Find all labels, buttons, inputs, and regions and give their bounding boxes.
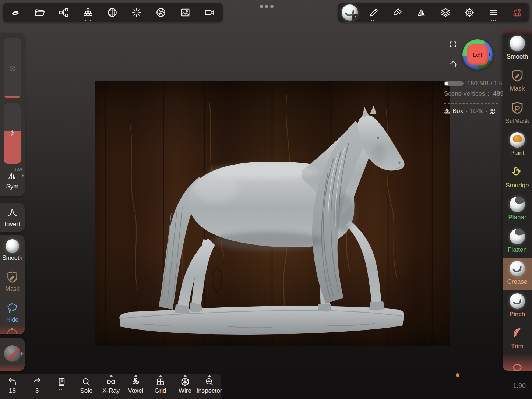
active-brush-preview-button[interactable]: [338, 3, 362, 22]
tool-mask[interactable]: Mask: [503, 65, 532, 97]
xray-button[interactable]: X-Ray: [99, 374, 123, 399]
redo-button[interactable]: 3: [25, 374, 49, 399]
smudge-finger-icon: [510, 165, 524, 179]
grid-button[interactable]: Grid: [148, 374, 173, 399]
magnifier-icon: [81, 377, 91, 387]
inspector-eye-magnifier-icon: [204, 377, 214, 387]
inspector-label: Inspector: [197, 387, 222, 395]
quick-smooth-label[interactable]: Smooth: [0, 255, 25, 261]
tool-label: Planar: [508, 214, 526, 221]
topology-button[interactable]: [76, 3, 100, 22]
tool-trim[interactable]: Trim: [503, 323, 532, 355]
viewport-3d[interactable]: [95, 81, 450, 346]
app-menu-button[interactable]: [3, 3, 27, 22]
tool-smudge[interactable]: Smudge: [503, 162, 532, 194]
object-vertices: 104k: [470, 107, 483, 115]
undo-icon: [7, 377, 17, 387]
quick-mask-button[interactable]: [6, 270, 19, 284]
interface-sliders-button[interactable]: [481, 3, 505, 22]
quick-mask-label[interactable]: Mask: [0, 286, 25, 292]
voxel-button[interactable]: Voxel: [123, 374, 148, 399]
memory-progress-bar: [444, 81, 464, 86]
panel-caret[interactable]: [134, 375, 137, 377]
quick-hide-button[interactable]: [6, 301, 19, 315]
layers-button[interactable]: [434, 3, 458, 22]
gizmo-face-front-partial[interactable]: F: [489, 52, 492, 56]
pencil-icon: [369, 7, 379, 18]
gear-icon: [464, 7, 475, 18]
scene-graph-button[interactable]: [52, 3, 76, 22]
grid-icon: [155, 377, 165, 387]
tool-smooth[interactable]: Smooth: [503, 33, 532, 65]
lighting-button[interactable]: [124, 3, 149, 22]
invert-button[interactable]: Invert: [0, 220, 25, 228]
tool-crease-selected[interactable]: Crease: [503, 258, 532, 290]
brush-preview-sphere-icon: [342, 4, 358, 21]
gizmo-tool-partial-icon[interactable]: [6, 327, 18, 334]
tool-selmask[interactable]: SelMask: [503, 98, 532, 130]
intensity-slider[interactable]: [4, 103, 21, 164]
painting-button[interactable]: [386, 3, 410, 22]
solo-button[interactable]: Solo: [74, 374, 99, 399]
intensity-lightning-icon: [8, 128, 17, 137]
horse-model[interactable]: [95, 81, 450, 346]
memory-usage-text: 180 MB / 1.5: [467, 80, 503, 87]
inspector-button[interactable]: Inspector: [197, 374, 221, 399]
scene-vertices-value: 489k: [493, 90, 503, 97]
no-alpha-button[interactable]: [4, 345, 21, 362]
undo-button[interactable]: 18: [0, 374, 25, 399]
tool-paint[interactable]: Paint: [503, 130, 532, 162]
postprocess-button[interactable]: [149, 3, 173, 22]
crease-sphere-icon: [510, 261, 525, 276]
stroke-button[interactable]: [362, 3, 386, 22]
background-button[interactable]: [173, 3, 197, 22]
redo-count: 3: [35, 387, 39, 395]
settings-button[interactable]: [457, 3, 481, 22]
orientation-gizmo[interactable]: Left F: [462, 39, 493, 70]
tool-sidebar: Smooth Mask SelMask Paint: [503, 31, 532, 371]
tool-label: Flatten: [508, 246, 527, 254]
tool-flatten[interactable]: Flatten: [503, 226, 532, 258]
panel-caret[interactable]: [159, 375, 162, 377]
quick-smooth-button[interactable]: [6, 239, 19, 253]
home-icon: [449, 60, 458, 69]
toolbar-top-right: [338, 3, 529, 22]
tool-pinch[interactable]: Pinch: [503, 291, 532, 323]
tool-planar[interactable]: Planar: [503, 194, 532, 226]
voxel-label: Voxel: [128, 387, 144, 395]
quick-hide-label[interactable]: Hide: [0, 317, 25, 323]
toolbox-button[interactable]: [505, 3, 529, 22]
panel-caret[interactable]: [208, 375, 211, 377]
hide-lasso-icon: [6, 301, 19, 315]
slash-icon: [5, 345, 21, 362]
mesh-pyramid-icon: [444, 108, 450, 114]
solo-label: Solo: [80, 387, 92, 395]
scene-stats: 180 MB / 1.5 Scene vertices： 489k Box · …: [444, 80, 503, 115]
sun-icon: [131, 7, 142, 18]
history-button[interactable]: [49, 374, 74, 399]
sym-expand-caret[interactable]: [22, 174, 24, 177]
panel-caret[interactable]: [184, 375, 187, 377]
alpha-expand-caret[interactable]: [21, 352, 24, 356]
panel-caret[interactable]: [110, 375, 113, 377]
material-button[interactable]: [100, 3, 124, 22]
home-view-button[interactable]: [449, 60, 458, 69]
brush-settings-gear-icon[interactable]: [352, 14, 358, 21]
smooth-sphere-icon: [510, 36, 525, 51]
stats-separator: [444, 103, 498, 104]
wire-button[interactable]: Wire: [173, 374, 197, 399]
gizmo-face-left[interactable]: Left: [467, 44, 488, 65]
pinch-sphere-icon: [510, 293, 525, 309]
tool-partial-next-icon[interactable]: [511, 361, 524, 371]
symmetry-button[interactable]: [410, 3, 434, 22]
files-button[interactable]: [27, 3, 52, 22]
radius-slider-fill: [4, 96, 21, 98]
dot-separator: ·: [465, 107, 468, 115]
fullscreen-button[interactable]: [449, 40, 457, 49]
fullscreen-icon: [449, 40, 457, 49]
dot-separator: ·: [486, 107, 488, 115]
mask-shield-icon: [510, 68, 525, 83]
sym-button[interactable]: Sym: [0, 183, 25, 190]
camera-button[interactable]: [197, 3, 222, 22]
radius-slider[interactable]: [4, 38, 21, 98]
